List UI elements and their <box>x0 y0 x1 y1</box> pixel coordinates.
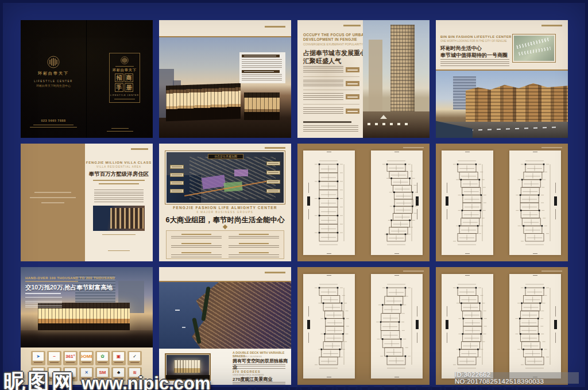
photo-shop-row <box>244 92 280 120</box>
aerial-thumbnail <box>514 36 554 61</box>
heading-en-sub: VILLA RESIDENTIAL AREA <box>85 165 153 168</box>
text-placeholder <box>34 192 71 193</box>
text-placeholder <box>115 66 134 67</box>
brand-name-placeholder <box>34 362 42 363</box>
page-header-placeholder <box>343 25 361 26</box>
heading-cn-title: 6大商业组团，奉节时尚生活全能中心 <box>159 215 291 225</box>
brand-name-placeholder <box>66 362 75 363</box>
text-placeholder <box>303 93 343 101</box>
panel-urban-focus: OCCUPY THE FOCUS OF URBAN DEVELOPMENT IN… <box>297 20 430 138</box>
text-placeholder <box>25 281 78 282</box>
brand-logo-icon: ✓ <box>129 352 140 361</box>
text-placeholder <box>239 243 269 244</box>
panel-villa-class: FENGJIE MILLION VILLA CLASS VILLA RESIDE… <box>21 144 153 261</box>
text-placeholder <box>172 191 182 191</box>
floorplan-card <box>303 274 355 379</box>
panel-floorplans-c <box>297 267 430 385</box>
text-placeholder <box>347 69 358 71</box>
booklet-title-grid: 招 商 手 册 <box>115 74 133 92</box>
brand-logo-tile: ~ <box>47 351 61 365</box>
floorplan-drawing <box>304 157 354 248</box>
text-placeholder <box>242 74 282 81</box>
photo-boat <box>182 327 185 328</box>
text-placeholder <box>181 252 211 253</box>
floorplan-drawing <box>372 157 421 248</box>
text-placeholder <box>107 131 133 132</box>
floorplan-card <box>509 274 561 379</box>
text-placeholder <box>30 127 77 128</box>
text-placeholder <box>268 172 278 173</box>
floorplan-card <box>371 150 423 255</box>
text-placeholder <box>172 175 182 175</box>
floorplan-drawing <box>510 281 560 372</box>
panel-floorplans-b <box>436 144 568 261</box>
masterplan-image: 业态定位及规划图 <box>167 152 284 203</box>
page-header-placeholder <box>265 26 285 28</box>
floorplan-card <box>442 274 493 379</box>
tower-photo <box>363 20 430 138</box>
panel-floorplans-a <box>297 144 430 261</box>
text-placeholder <box>303 125 358 133</box>
photo-mall-facade <box>166 83 241 122</box>
heading-en-sub: CONVERGENCE EXUBERANT POPULARITY <box>303 43 363 46</box>
brand-logo-icon: GOME <box>81 352 92 361</box>
page-header-placeholder <box>131 148 148 150</box>
fold-mark <box>327 275 331 276</box>
photo-window-grid <box>466 83 568 123</box>
brand-name-placeholder <box>98 362 107 363</box>
text-placeholder <box>171 236 222 240</box>
brand-logo-tile: ✿ <box>95 351 110 365</box>
text-placeholder <box>93 180 145 181</box>
page-header-placeholder <box>265 147 285 149</box>
text-placeholder <box>99 183 139 184</box>
brand-logo-icon: 361° <box>65 352 76 361</box>
street-photo <box>436 71 568 138</box>
dusk-mall-photo <box>159 37 291 138</box>
page-header-placeholder <box>541 147 562 148</box>
brand-name-placeholder <box>82 362 91 363</box>
fold-mark <box>394 377 399 377</box>
text-placeholder <box>171 254 222 258</box>
text-placeholder <box>242 59 282 68</box>
night-mall-photo: HAND-OVER 100 THOUSAND TO 200 THOUSAND 交… <box>21 267 153 347</box>
photo-tower-cluster <box>110 208 144 229</box>
cover-subtitle-cn: 环彬白帝天下时尚生活中心 <box>21 84 86 87</box>
panel-lifestyle-center: BIN BIN FASHION LIFESTYLE CENTER ONE WOR… <box>436 20 568 138</box>
fold-mark <box>327 377 331 377</box>
category-label-button <box>346 67 359 72</box>
fold-mark <box>533 253 537 254</box>
photo-crowd-foreground <box>21 330 153 347</box>
text-placeholder <box>229 245 279 249</box>
fold-mark <box>327 253 331 254</box>
heading-en-line1: FENGJIE FASHION LIFE ALMIGHTY CENTER <box>159 206 291 210</box>
text-placeholder <box>181 234 211 235</box>
plan-label-tag <box>266 171 280 175</box>
text-placeholder <box>172 167 182 167</box>
brand-logo-icon: ➤ <box>33 352 44 361</box>
text-placeholder <box>347 111 358 112</box>
stock-preview-canvas: 环彬白帝天下 LIFESTYLE CENTER 环彬白帝天下时尚生活中心 023… <box>0 0 588 390</box>
diamond-divider-icon <box>223 225 227 229</box>
brand-logo-tile: GOME <box>79 351 94 365</box>
photo-tower-secondary <box>369 40 382 113</box>
spine-divider <box>86 20 87 138</box>
text-placeholder <box>303 121 351 123</box>
brand-name-placeholder <box>50 362 59 363</box>
booklet-title-char: 手 <box>115 83 123 92</box>
photo-umbrella <box>380 115 387 119</box>
cover-phone: 023 5665 7888 <box>21 119 86 122</box>
row-divider <box>303 90 359 90</box>
brand-name-placeholder <box>114 362 123 363</box>
text-placeholder <box>172 183 182 183</box>
floorplan-drawing <box>510 157 560 248</box>
booklet-title-char: 商 <box>125 74 133 82</box>
text-placeholder <box>239 252 269 253</box>
villa-aerial-photo <box>93 206 145 231</box>
heading-cn-line2: 汇聚旺盛人气 <box>303 57 341 65</box>
panel-floorplans-d <box>436 267 568 385</box>
river-aerial-photo <box>159 282 291 349</box>
text-placeholder <box>114 99 135 99</box>
photo-loungers <box>368 123 408 125</box>
floorplan-card <box>509 150 561 255</box>
text-placeholder <box>229 254 279 258</box>
